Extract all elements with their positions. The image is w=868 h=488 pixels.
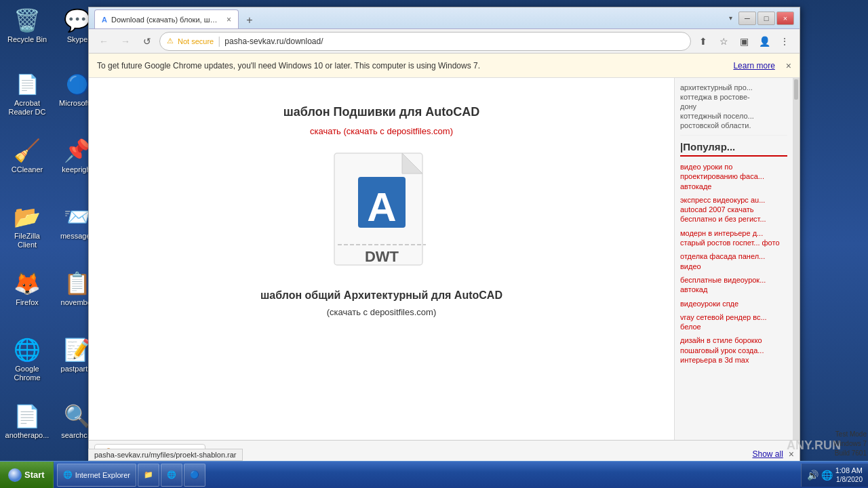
share-button[interactable]: ⬆ <box>694 32 713 51</box>
taskbar-item-chrome[interactable]: 🌐 <box>161 464 182 487</box>
tab-area: A Download (скачать) блоки, шабло... × + <box>94 7 722 28</box>
title-bar: A Download (скачать) блоки, шабло... × +… <box>89 7 800 29</box>
profile-button[interactable]: 👤 <box>755 32 774 51</box>
taskbar: Start 🌐 Internet Explorer 📁 🌐 🔵 🔊 🌐 1:08… <box>0 461 868 488</box>
chrome-icon: 🌐 <box>14 336 41 363</box>
taskbar-ie-label: Internet Explorer <box>75 471 130 479</box>
skype-icon: 💬 <box>64 7 91 34</box>
split-view-button[interactable]: ▣ <box>734 32 753 51</box>
active-tab[interactable]: A Download (скачать) блоки, шабло... × <box>94 9 239 28</box>
microsoft-icon: 🔵 <box>64 70 91 98</box>
build-label: Build 7601 <box>833 449 867 458</box>
new-tab-button[interactable]: + <box>241 12 258 28</box>
desktop-icon-filezilla[interactable]: 📂 FileZilla Client <box>3 201 52 252</box>
filezilla-label: FileZilla Client <box>5 232 49 249</box>
start-label: Start <box>24 470 45 480</box>
clock-time: 1:08 AM <box>835 466 863 475</box>
taskbar-item-ie[interactable]: 🌐 Internet Explorer <box>57 464 136 487</box>
desktop: 🗑️ Recycle Bin 💬 Skype 📄 Acrobat Reader … <box>0 0 868 488</box>
taskbar-items: 🌐 Internet Explorer 📁 🌐 🔵 <box>54 462 801 488</box>
test-mode-label: Test Mode Windows 7 Build 7601 <box>833 430 867 458</box>
taskbar-item-ie2[interactable]: 🔵 <box>184 464 205 487</box>
test-mode-text: Test Mode <box>833 430 867 439</box>
info-message: To get future Google Chrome updates, you… <box>97 61 480 70</box>
close-info-button[interactable]: × <box>786 60 791 71</box>
sidebar-popular-link-4[interactable]: отделка фасада панел... видео <box>680 251 787 271</box>
windows-orb-icon <box>8 468 22 482</box>
taskbar-ie-icon: 🌐 <box>63 470 73 479</box>
ccleaner-label: CCleaner <box>12 165 43 174</box>
tray-icon-1: 🔊 <box>807 470 818 481</box>
clock-date: 1/8/2020 <box>835 475 863 484</box>
close-button[interactable]: × <box>776 12 794 25</box>
bookmark-button[interactable]: ☆ <box>714 32 733 51</box>
tab-close-button[interactable]: × <box>226 15 231 24</box>
desktop-icon-recycle-bin[interactable]: 🗑️ Recycle Bin <box>3 4 52 47</box>
keepright-icon: 📌 <box>64 137 91 164</box>
pastpart-icon: 📝 <box>64 336 91 363</box>
menu-button[interactable]: ⋮ <box>775 32 794 51</box>
status-url: pasha-sevkav.ru/myfiles/proekt-shablon.r… <box>94 451 237 459</box>
not-secure-label: Not secure <box>178 37 214 45</box>
tab-dropdown-button[interactable]: ▾ <box>722 10 738 26</box>
show-all-button[interactable]: Show all <box>752 449 783 459</box>
reload-button[interactable]: ↺ <box>138 32 157 51</box>
sidebar-popular-heading: |Популяр... <box>680 141 787 157</box>
desktop-icon-acrobat[interactable]: 📄 Acrobat Reader DC <box>3 68 52 119</box>
searchc-icon: 🔍 <box>64 403 91 430</box>
security-warning-icon: ⚠ <box>167 37 174 45</box>
start-button[interactable]: Start <box>0 462 54 489</box>
dwt-file-icon: A DWT <box>328 150 436 279</box>
recycle-bin-label: Recycle Bin <box>7 35 47 44</box>
learn-more-link[interactable]: Learn more <box>733 61 774 70</box>
download-links-1: скачать (скачать с depositfiles.com) <box>310 126 453 136</box>
recycle-bin-icon: 🗑️ <box>14 7 41 34</box>
download-links-2: (скачать с depositfiles.com) <box>327 307 436 317</box>
sidebar-scrollbar[interactable] <box>793 78 800 440</box>
sidebar-popular-link-3[interactable]: модерн в интерьере д... старый ростов го… <box>680 228 787 248</box>
chrome-label: Google Chrome <box>5 365 49 382</box>
minimize-button[interactable]: ─ <box>738 12 756 25</box>
browser-window: A Download (скачать) блоки, шабло... × +… <box>88 7 800 468</box>
svg-text:A: A <box>367 184 396 230</box>
sidebar-popular-link-7[interactable]: vray сетевой рендер вс... белое <box>680 312 787 332</box>
taskbar-ie2-icon: 🔵 <box>190 470 199 479</box>
desktop-icon-anotherapp[interactable]: 📄 anotherapo... <box>3 400 52 443</box>
url-text: pasha-sevkav.ru/download/ <box>224 37 684 46</box>
acrobat-label: Acrobat Reader DC <box>5 99 49 117</box>
sidebar-popular-link-5[interactable]: бесплатные видеоурок... автокад <box>680 275 787 295</box>
acrobat-icon: 📄 <box>14 70 41 98</box>
info-bar: To get future Google Chrome updates, you… <box>89 54 800 78</box>
ccleaner-icon: 🧹 <box>14 137 41 164</box>
messages-icon: 📨 <box>64 203 91 230</box>
page-subheading: шаблон общий Архитектурный для AutoCAD <box>260 289 502 302</box>
sidebar-top-2: коттеджа в ростове- <box>680 93 787 101</box>
main-content: шаблон Подшивки для AutoCAD скачать (ска… <box>89 78 674 440</box>
taskbar-item-explorer[interactable]: 📁 <box>138 464 159 487</box>
forward-button[interactable]: → <box>116 32 135 51</box>
desktop-icon-firefox[interactable]: 🦊 Firefox <box>3 267 52 310</box>
sidebar-top-5: ростовской области. <box>680 121 787 129</box>
sidebar-top-4: коттеджный посело... <box>680 112 787 120</box>
tab-favicon: A <box>102 16 107 24</box>
sidebar-popular-link-1[interactable]: видео уроки по проектированию фаса... ав… <box>680 162 787 191</box>
sidebar: архитектурный про... коттеджа в ростове-… <box>674 78 793 440</box>
desktop-icon-chrome[interactable]: 🌐 Google Chrome <box>3 333 52 385</box>
sidebar-popular-link-2[interactable]: экспресс видеокурс au... autocad 2007 ск… <box>680 195 787 224</box>
maximize-button[interactable]: □ <box>757 12 775 25</box>
sidebar-popular-link-6[interactable]: видеоуроки спде <box>680 299 787 308</box>
taskbar-explorer-icon: 📁 <box>144 470 153 479</box>
svg-text:DWT: DWT <box>364 248 399 265</box>
sidebar-top-1: архитектурный про... <box>680 83 787 92</box>
download-text-1: скачать (скачать с depositfiles.com) <box>310 126 453 136</box>
skype-label: Skype <box>67 35 88 44</box>
address-bar[interactable]: ⚠ Not secure | pasha-sevkav.ru/download/ <box>159 32 691 51</box>
back-button[interactable]: ← <box>94 32 113 51</box>
anotherapp-label: anotherapo... <box>5 431 50 440</box>
desktop-icon-ccleaner[interactable]: 🧹 CCleaner <box>3 134 52 177</box>
window-controls: ─ □ × <box>738 12 794 25</box>
sidebar-popular-link-8[interactable]: дизайн в стиле борокко пошаговый урок со… <box>680 336 787 365</box>
download-text-2: (скачать с depositfiles.com) <box>327 307 436 317</box>
november-icon: 📋 <box>64 270 91 297</box>
sidebar-top-3: дону <box>680 102 787 110</box>
